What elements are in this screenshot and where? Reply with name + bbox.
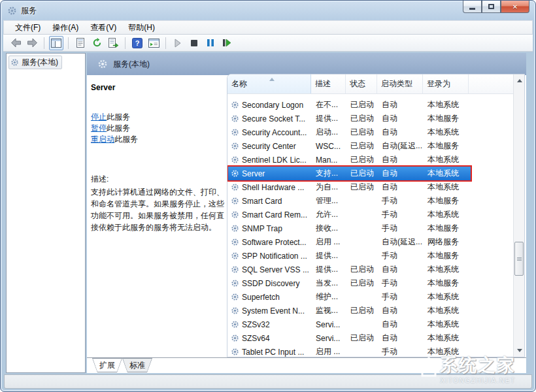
- scroll-up-button[interactable]: [515, 76, 524, 85]
- gear-icon: [231, 279, 239, 287]
- gear-icon: [231, 224, 239, 233]
- service-status-cell: 已启动: [346, 99, 378, 110]
- export-list-button[interactable]: [106, 36, 120, 50]
- service-startup-type-cell: 手动: [378, 223, 424, 234]
- service-info-pane: Server 停止此服务 暂停此服务 重启动此服务 描述: 支持此计算机通过网络…: [91, 83, 227, 357]
- column-header-startup-type[interactable]: 启动类型: [377, 74, 423, 93]
- stop-service-icon: [190, 39, 198, 47]
- tree-item-services-local[interactable]: 服务(本地): [8, 56, 62, 69]
- table-row[interactable]: Sentinel LDK Lic... Man... 已启动 自动 本地系统: [228, 153, 471, 167]
- table-row[interactable]: Tablet PC Input ... 启用 ... 手动 本地系统: [228, 345, 471, 357]
- menu-file[interactable]: 文件(F): [9, 21, 46, 35]
- table-row[interactable]: Shell Hardware ... 为自... 已启动 自动 本地系统: [228, 180, 471, 194]
- tab-standard[interactable]: 标准: [122, 358, 152, 372]
- column-header-status[interactable]: 状态: [346, 74, 377, 93]
- refresh-button[interactable]: [90, 36, 104, 50]
- arrow-up-icon: [517, 79, 522, 82]
- extended-view-icon: [148, 39, 159, 48]
- service-logon-cell: 本地服务: [424, 278, 469, 289]
- service-description-cell: 提供...: [312, 113, 346, 124]
- service-startup-type-cell: 自动: [378, 113, 424, 124]
- service-description-cell: 维护...: [312, 291, 346, 302]
- status-strip: [4, 374, 532, 389]
- table-row[interactable]: SPP Notification ... 提供... 手动 本地服务: [228, 249, 471, 263]
- table-row[interactable]: Secondary Logon 在不... 已启动 自动 本地系统: [228, 98, 471, 112]
- column-header-name[interactable]: 名称: [227, 74, 311, 93]
- service-logon-cell: 本地服务: [424, 250, 469, 261]
- service-description-cell: WSC...: [312, 142, 346, 151]
- service-status-cell: 已启动: [346, 140, 378, 152]
- minimize-button[interactable]: [463, 1, 482, 13]
- table-row[interactable]: Smart Card Rem... 允许... 手动 本地系统: [228, 208, 471, 221]
- table-row[interactable]: System Event N... 监视... 已启动 自动 本地系统: [228, 304, 471, 318]
- restart-service-link[interactable]: 重启动: [91, 135, 114, 144]
- service-description-cell: 启动...: [312, 127, 346, 138]
- title-bar[interactable]: 服务 ✕: [1, 1, 535, 20]
- services-gear-icon: [7, 6, 17, 16]
- service-description-cell: 提供...: [312, 250, 346, 261]
- vertical-scrollbar[interactable]: [513, 74, 524, 357]
- column-label: 描述: [315, 78, 331, 90]
- close-button[interactable]: ✕: [501, 1, 529, 13]
- menu-view[interactable]: 查看(V): [84, 21, 122, 35]
- tab-extended[interactable]: 扩展: [92, 358, 122, 372]
- service-startup-type-cell: 自动: [378, 182, 424, 193]
- help-button[interactable]: ?: [130, 36, 144, 50]
- service-status-cell: 已启动: [346, 182, 378, 193]
- maximize-button[interactable]: [482, 1, 501, 13]
- stop-service-link[interactable]: 停止: [91, 112, 107, 122]
- table-row[interactable]: Smart Card 管理... 手动 本地服务: [228, 194, 471, 208]
- service-logon-cell: 本地服务: [424, 113, 469, 124]
- service-name-cell: Software Protect...: [228, 238, 312, 247]
- service-status-cell: 已启动: [346, 154, 378, 165]
- table-row[interactable]: Superfetch 维护... 手动 本地系统: [228, 290, 471, 304]
- table-row[interactable]: SZSv64 Servi... 已启动 自动 本地系统: [228, 331, 471, 345]
- service-status-cell: 已启动: [346, 333, 378, 344]
- table-row[interactable]: Security Center WSC... 已启动 自动(延迟... 本地服务: [228, 139, 471, 153]
- forward-button[interactable]: [25, 36, 39, 50]
- service-name: SSDP Discovery: [242, 279, 299, 288]
- table-row[interactable]: Server 支持... 已启动 自动 本地系统: [228, 167, 471, 180]
- service-status-cell: 已启动: [346, 127, 378, 138]
- service-name: Superfetch: [242, 293, 280, 302]
- table-row[interactable]: SZSv32 Servi... 自动 本地系统: [228, 318, 471, 331]
- scroll-down-button[interactable]: [515, 346, 524, 355]
- restart-service-button[interactable]: [220, 36, 234, 50]
- table-row[interactable]: Secure Socket T... 提供... 已启动 自动 本地服务: [228, 112, 471, 125]
- menu-help[interactable]: 帮助(H): [122, 21, 161, 35]
- start-service-button[interactable]: [171, 36, 185, 50]
- service-startup-type-cell: 手动: [378, 278, 424, 289]
- description-label: 描述:: [91, 174, 227, 185]
- pause-service-button[interactable]: [203, 36, 218, 50]
- back-button[interactable]: [8, 36, 23, 50]
- properties-button[interactable]: [73, 36, 88, 50]
- extended-view-button[interactable]: [146, 36, 161, 50]
- column-label: 名称: [231, 78, 247, 90]
- table-row[interactable]: Software Protect... 启用 ... 自动(延迟... 网络服务: [228, 235, 471, 249]
- show-console-tree-button[interactable]: [49, 36, 63, 50]
- pause-service-icon: [207, 39, 214, 47]
- service-description-cell: 启用 ...: [312, 346, 346, 357]
- table-row[interactable]: SQL Server VSS ... 提供... 已启动 自动 本地系统: [228, 263, 471, 276]
- service-name: System Event N...: [242, 306, 305, 316]
- menu-action[interactable]: 操作(A): [46, 21, 84, 35]
- table-row[interactable]: SNMP Trap 接收... 手动 本地服务: [228, 221, 471, 235]
- toolbar-separator: [44, 37, 44, 49]
- gear-icon: [231, 348, 239, 356]
- thumb-grip: [517, 259, 522, 259]
- stop-service-button[interactable]: [187, 36, 201, 50]
- toolbar: ?: [3, 35, 533, 52]
- column-header-logon-as[interactable]: 登录为: [423, 74, 469, 93]
- console-tree-panel: 服务(本地): [6, 53, 86, 373]
- column-header-description[interactable]: 描述: [311, 74, 346, 93]
- service-logon-cell: 本地系统: [424, 182, 469, 193]
- pause-service-link[interactable]: 暂停: [91, 123, 107, 133]
- service-startup-type-cell: 自动: [378, 127, 424, 138]
- scrollbar-thumb[interactable]: [514, 242, 524, 276]
- link-suffix: 此服务: [114, 135, 138, 144]
- table-row[interactable]: SSDP Discovery 当发... 已启动 手动 本地服务: [228, 276, 471, 290]
- service-startup-type-cell: 自动(延迟...: [378, 140, 424, 152]
- table-row[interactable]: Security Account... 启动... 已启动 自动 本地系统: [228, 125, 471, 139]
- service-logon-cell: 本地系统: [424, 319, 469, 330]
- gear-icon: [231, 155, 239, 164]
